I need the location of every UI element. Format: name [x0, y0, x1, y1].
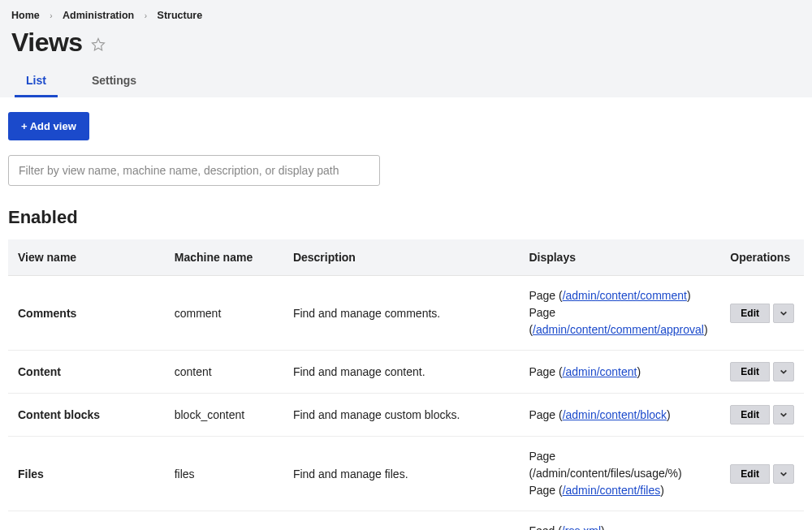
- table-row: Content blocksblock_contentFind and mana…: [8, 394, 804, 437]
- view-name-cell: Frontpage: [8, 511, 165, 531]
- display-line: Page (/admin/content/comment/approval): [529, 304, 710, 338]
- view-name-cell: Files: [8, 437, 165, 511]
- operations-cell: Edit: [720, 276, 804, 351]
- displays-cell: Page (/admin/content/block): [519, 394, 720, 437]
- page-title: Views: [11, 28, 83, 58]
- display-link[interactable]: /admin/content/block: [563, 408, 667, 421]
- tab-list[interactable]: List: [15, 67, 58, 97]
- display-prefix: Page (: [529, 289, 562, 302]
- edit-button[interactable]: Edit: [730, 464, 770, 484]
- description-cell: Find and manage comments.: [283, 276, 520, 351]
- operations-dropdown-button[interactable]: [773, 464, 794, 484]
- display-line: Page (/admin/content/block): [529, 407, 710, 424]
- breadcrumb-sep: ›: [145, 11, 147, 20]
- description-cell: Find and manage files.: [283, 437, 520, 511]
- display-suffix: ): [637, 365, 641, 378]
- operations-cell: Edit: [720, 351, 804, 394]
- display-suffix: ): [601, 524, 605, 530]
- section-heading-enabled: Enabled: [8, 207, 804, 228]
- display-link[interactable]: /admin/content: [563, 365, 637, 378]
- views-table: View name Machine name Description Displ…: [8, 239, 804, 530]
- tabs: List Settings: [11, 67, 801, 97]
- operations-cell: Edit: [720, 437, 804, 511]
- display-link[interactable]: /rss.xml: [562, 524, 601, 530]
- display-suffix: ): [687, 289, 691, 302]
- display-line: Feed (/rss.xml): [529, 523, 710, 530]
- breadcrumb: Home › Administration › Structure: [11, 10, 801, 21]
- display-line: Page (/admin/content/comment): [529, 287, 710, 304]
- svg-marker-0: [92, 38, 104, 50]
- view-name-cell: Comments: [8, 276, 165, 351]
- display-suffix: ): [704, 323, 708, 336]
- machine-name-cell: block_content: [165, 394, 283, 437]
- filter-input[interactable]: [8, 155, 380, 186]
- operations-dropdown-button[interactable]: [773, 405, 794, 424]
- tab-settings[interactable]: Settings: [80, 67, 148, 97]
- display-line: Page (/admin/content/files): [529, 482, 710, 499]
- display-link[interactable]: /admin/content/files: [563, 484, 661, 497]
- col-header-displays: Displays: [519, 239, 720, 276]
- display-suffix: ): [660, 484, 664, 497]
- display-prefix: Feed (: [529, 524, 561, 530]
- col-header-machinename: Machine name: [165, 239, 283, 276]
- breadcrumb-structure[interactable]: Structure: [158, 10, 203, 21]
- display-line: Page (/admin/content): [529, 364, 710, 381]
- description-cell: Find and manage content.: [283, 351, 520, 394]
- operations-dropdown-button[interactable]: [773, 362, 794, 381]
- machine-name-cell: comment: [165, 276, 283, 351]
- chevron-down-icon: [780, 470, 788, 478]
- displays-cell: Page (/admin/content/files/usage/%)Page …: [519, 437, 720, 511]
- description-cell: Find and manage custom blocks.: [283, 394, 520, 437]
- displays-cell: Feed (/rss.xml)Page (/node): [519, 511, 720, 531]
- display-link[interactable]: /admin/content/comment/approval: [533, 323, 704, 336]
- col-header-viewname: View name: [8, 239, 165, 276]
- edit-button[interactable]: Edit: [730, 362, 770, 381]
- display-line: Page (/admin/content/files/usage/%): [529, 448, 710, 482]
- breadcrumb-admin[interactable]: Administration: [63, 10, 134, 21]
- view-name-cell: Content: [8, 351, 165, 394]
- chevron-down-icon: [780, 368, 788, 376]
- table-row: CommentscommentFind and manage comments.…: [8, 276, 804, 351]
- operations-cell: Edit: [720, 511, 804, 531]
- chevron-down-icon: [780, 411, 788, 419]
- description-cell: All content promoted to the front page.: [283, 511, 520, 531]
- table-row: FilesfilesFind and manage files.Page (/a…: [8, 437, 804, 511]
- display-link[interactable]: /admin/content/comment: [563, 289, 687, 302]
- machine-name-cell: frontpage: [165, 511, 283, 531]
- display-prefix: Page (: [529, 484, 562, 497]
- chevron-down-icon: [780, 309, 788, 317]
- breadcrumb-sep: ›: [50, 11, 52, 20]
- display-prefix: Page (: [529, 408, 562, 421]
- display-prefix: Page (: [529, 365, 562, 378]
- machine-name-cell: content: [165, 351, 283, 394]
- breadcrumb-home[interactable]: Home: [11, 10, 40, 21]
- col-header-description: Description: [283, 239, 520, 276]
- display-suffix: ): [667, 408, 671, 421]
- display-prefix: Page (/admin/content/files/usage/%): [529, 450, 681, 480]
- star-icon[interactable]: [91, 37, 106, 52]
- displays-cell: Page (/admin/content/comment)Page (/admi…: [519, 276, 720, 351]
- operations-cell: Edit: [720, 394, 804, 437]
- edit-button[interactable]: Edit: [730, 405, 770, 424]
- displays-cell: Page (/admin/content): [519, 351, 720, 394]
- col-header-operations: Operations: [720, 239, 804, 276]
- edit-button[interactable]: Edit: [730, 304, 770, 323]
- machine-name-cell: files: [165, 437, 283, 511]
- add-view-button[interactable]: + Add view: [8, 112, 89, 140]
- table-row: ContentcontentFind and manage content.Pa…: [8, 351, 804, 394]
- operations-dropdown-button[interactable]: [773, 304, 794, 323]
- view-name-cell: Content blocks: [8, 394, 165, 437]
- table-row: FrontpagefrontpageAll content promoted t…: [8, 511, 804, 531]
